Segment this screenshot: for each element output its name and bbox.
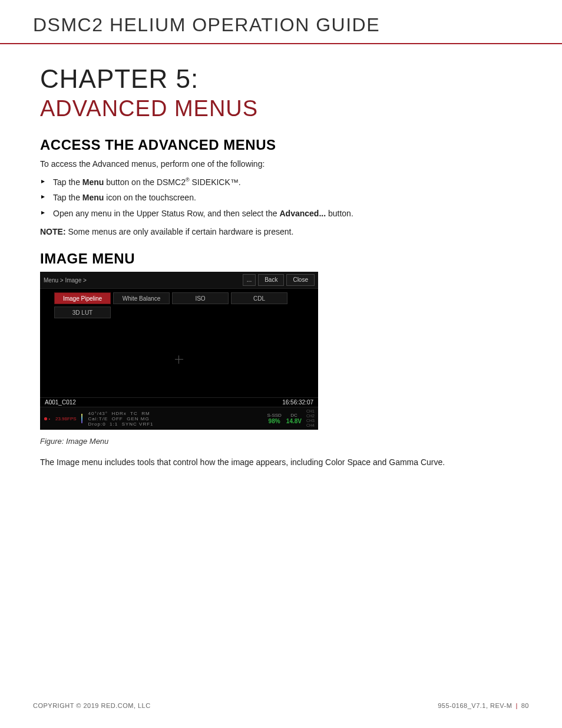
more-button[interactable]: ... bbox=[243, 274, 256, 286]
text: button on the DSMC2 bbox=[104, 177, 186, 187]
text: Tap the bbox=[53, 177, 82, 187]
clip-name: A001_C012 bbox=[45, 399, 76, 406]
tab-image-pipeline[interactable]: Image Pipeline bbox=[54, 292, 111, 304]
image-menu-description: The Image menu includes tools that contr… bbox=[40, 456, 529, 469]
camera-nav-buttons: ... Back Close bbox=[243, 274, 315, 286]
record-icon: ⏺▸ bbox=[44, 416, 51, 421]
timecode: 16:56:32:07 bbox=[282, 399, 313, 406]
ssd-block: S-SSD 98% bbox=[267, 413, 281, 424]
audio-channels: CH1 CH2 CH3 CH4 bbox=[306, 409, 315, 428]
dc-block: DC 14.8V bbox=[286, 413, 302, 424]
access-bullets: Tap the Menu button on the DSMC2® SIDEKI… bbox=[40, 174, 529, 222]
crosshair-icon bbox=[175, 355, 183, 364]
note-line: NOTE: Some menus are only available if c… bbox=[40, 227, 529, 236]
text: button. bbox=[326, 209, 353, 218]
text: Open any menu in the Upper Status Row, a… bbox=[53, 209, 279, 218]
tab-3d-lut[interactable]: 3D LUT bbox=[54, 307, 111, 318]
access-intro: To access the Advanced menus, perform on… bbox=[40, 158, 529, 171]
camera-viewport bbox=[40, 322, 318, 397]
registered-mark: ® bbox=[186, 177, 190, 183]
menu-word: Menu bbox=[82, 193, 104, 202]
advanced-word: Advanced... bbox=[279, 209, 326, 218]
bullet-item: Open any menu in the Upper Status Row, a… bbox=[40, 206, 529, 222]
menu-word: Menu bbox=[82, 177, 104, 187]
text: SIDEKICK™. bbox=[190, 177, 241, 187]
camera-status-bar: ⏺▸ 23.98FPS 40°/43° HDRx TC RM Cal:T/E O… bbox=[40, 407, 318, 430]
section-heading-access: ACCESS THE ADVANCED MENUS bbox=[40, 137, 529, 153]
header-rule bbox=[0, 43, 562, 44]
tab-iso[interactable]: ISO bbox=[172, 292, 229, 304]
histogram-bars-icon bbox=[81, 414, 82, 423]
figure-caption: Figure: Image Menu bbox=[40, 437, 529, 446]
tab-cdl[interactable]: CDL bbox=[231, 292, 287, 304]
chapter-name: ADVANCED MENUS bbox=[40, 96, 529, 121]
note-label: NOTE: bbox=[40, 227, 66, 236]
close-button[interactable]: Close bbox=[286, 274, 315, 286]
note-text: Some menus are only available if certain… bbox=[66, 227, 294, 236]
bullet-item: Tap the Menu button on the DSMC2® SIDEKI… bbox=[40, 174, 529, 190]
camera-tabs: Image Pipeline White Balance ISO CDL 3D … bbox=[40, 289, 318, 322]
document-title: DSMC2 HELIUM OPERATION GUIDE bbox=[33, 14, 529, 43]
doc-number: 955-0168_V7.1, REV-M|80 bbox=[438, 702, 529, 709]
page-footer: COPYRIGHT © 2019 RED.COM, LLC 955-0168_V… bbox=[33, 702, 529, 709]
camera-clip-info: A001_C012 16:56:32:07 bbox=[40, 397, 318, 407]
breadcrumb: Menu > Image > bbox=[44, 277, 87, 284]
tab-white-balance[interactable]: White Balance bbox=[113, 292, 170, 304]
chapter-number: CHAPTER 5: bbox=[40, 64, 529, 94]
text: icon on the touchscreen. bbox=[104, 193, 196, 202]
back-button[interactable]: Back bbox=[258, 274, 284, 286]
camera-breadcrumb-bar: Menu > Image > ... Back Close bbox=[40, 272, 318, 289]
text: Tap the bbox=[53, 193, 82, 202]
status-grid: 40°/43° HDRx TC RM Cal:T/E OFF GEN MG Dr… bbox=[88, 411, 263, 427]
bullet-item: Tap the Menu icon on the touchscreen. bbox=[40, 190, 529, 206]
camera-ui-figure: Menu > Image > ... Back Close Image Pipe… bbox=[40, 272, 318, 430]
copyright: COPYRIGHT © 2019 RED.COM, LLC bbox=[33, 702, 151, 709]
fps-readout: 23.98FPS bbox=[55, 416, 77, 421]
section-heading-image: IMAGE MENU bbox=[40, 251, 529, 267]
